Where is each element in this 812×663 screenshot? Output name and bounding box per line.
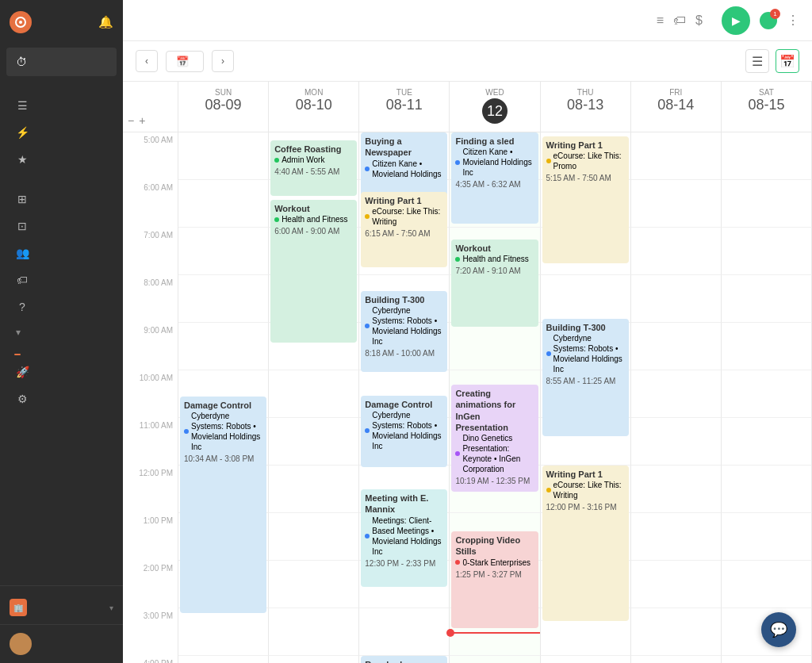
workspace-item[interactable]: 🏢 ▾ bbox=[10, 599, 113, 616]
cal-cell-r11-c6[interactable] bbox=[722, 656, 812, 663]
cal-cell-r3-c2[interactable]: Building T-300 Cyberdyne Systems: Robots… bbox=[359, 275, 450, 323]
event-block[interactable]: Workout Health and Fitness 6:00 AM - 9:0… bbox=[270, 200, 357, 343]
zoom-out-button[interactable]: − bbox=[126, 113, 136, 128]
sidebar-item-tags[interactable]: 🏷 bbox=[6, 267, 117, 293]
cal-cell-r11-c5[interactable] bbox=[631, 656, 722, 663]
cal-cell-r4-c0[interactable] bbox=[178, 323, 269, 370]
tag-icon[interactable]: 🏷 bbox=[673, 13, 686, 28]
cal-cell-r5-c5[interactable] bbox=[631, 370, 722, 418]
event-block[interactable]: Meeting with E. Mannix Meetings: Client-… bbox=[361, 489, 447, 587]
cal-cell-r10-c5[interactable] bbox=[631, 608, 722, 656]
cal-cell-r1-c0[interactable] bbox=[178, 180, 269, 228]
sidebar-item-saved-reports[interactable]: ★ bbox=[6, 147, 117, 172]
cal-cell-r5-c6[interactable] bbox=[722, 370, 812, 418]
sidebar-user[interactable] bbox=[0, 624, 123, 663]
cal-cell-r11-c1[interactable] bbox=[269, 656, 359, 663]
sidebar-item-organization[interactable]: 🚀 bbox=[6, 359, 117, 385]
list-view-button[interactable]: ☰ bbox=[745, 49, 769, 73]
event-block[interactable]: Writing Part 1 eCourse: Like This: Promo… bbox=[542, 136, 629, 263]
cal-cell-r2-c3[interactable]: Workout Health and Fitness 7:20 AM - 9:1… bbox=[450, 228, 540, 275]
bell-icon[interactable]: 🔔 bbox=[98, 15, 113, 29]
cal-cell-r8-c6[interactable] bbox=[722, 513, 812, 561]
play-button[interactable]: ▶ bbox=[722, 6, 750, 35]
calendar-view-button[interactable]: 📅 bbox=[776, 49, 799, 73]
cal-cell-r3-c0[interactable] bbox=[178, 275, 269, 323]
cal-cell-r10-c2[interactable] bbox=[359, 608, 450, 656]
cal-cell-r4-c5[interactable] bbox=[631, 323, 722, 370]
cal-cell-r9-c1[interactable] bbox=[269, 561, 359, 608]
this-week-button[interactable]: 📅 bbox=[166, 51, 204, 72]
cal-cell-r3-c5[interactable] bbox=[631, 275, 722, 323]
cal-cell-r0-c0[interactable] bbox=[178, 132, 269, 180]
prev-week-button[interactable]: ‹ bbox=[136, 50, 158, 72]
event-block[interactable]: Coffee Roasting Admin Work 4:40 AM - 5:5… bbox=[270, 140, 357, 196]
event-block[interactable]: Building T-300 Cyberdyne Systems: Robots… bbox=[361, 291, 447, 372]
chat-button[interactable]: 💬 bbox=[761, 612, 796, 647]
cal-cell-r10-c1[interactable] bbox=[269, 608, 359, 656]
cal-cell-r7-c6[interactable] bbox=[722, 466, 812, 513]
event-block[interactable]: Building T-300 Cyberdyne Systems: Robots… bbox=[542, 319, 629, 436]
cal-cell-r4-c3[interactable] bbox=[450, 323, 540, 370]
cal-cell-r3-c4[interactable]: Building T-300 Cyberdyne Systems: Robots… bbox=[541, 275, 631, 323]
bars-icon[interactable]: ≡ bbox=[657, 13, 664, 28]
zoom-in-button[interactable]: + bbox=[137, 113, 147, 128]
menu-icon[interactable]: ⋮ bbox=[787, 13, 799, 28]
cal-cell-r1-c6[interactable] bbox=[722, 180, 812, 228]
cal-cell-r0-c1[interactable]: Coffee Roasting Admin Work 4:40 AM - 5:5… bbox=[269, 132, 359, 180]
event-block[interactable]: Creating animations for InGen Presentati… bbox=[451, 385, 538, 492]
cal-cell-r7-c4[interactable]: Writing Part 1 eCourse: Like This: Writi… bbox=[541, 466, 631, 513]
sidebar-item-insights[interactable]: ⚡ bbox=[6, 120, 117, 145]
event-block[interactable]: Finding a sled Citizen Kane • Movieland … bbox=[451, 132, 538, 224]
cal-cell-r0-c3[interactable]: Finding a sled Citizen Kane • Movieland … bbox=[450, 132, 540, 180]
cal-cell-r11-c3[interactable] bbox=[450, 656, 540, 663]
event-block[interactable]: Writing Part 1 eCourse: Like This: Writi… bbox=[542, 466, 629, 621]
sidebar-item-reports[interactable]: ☰ bbox=[6, 93, 117, 118]
show-more-button[interactable]: ▾ bbox=[6, 322, 117, 343]
cal-cell-r4-c6[interactable] bbox=[722, 323, 812, 370]
sidebar-item-team[interactable]: 👥 bbox=[6, 240, 117, 266]
cal-cell-r0-c2[interactable]: Buying a Newspaper Citizen Kane • Moviel… bbox=[359, 132, 450, 180]
cal-cell-r0-c4[interactable]: Writing Part 1 eCourse: Like This: Promo… bbox=[541, 132, 631, 180]
cal-cell-r11-c0[interactable] bbox=[178, 656, 269, 663]
cal-cell-r8-c3[interactable]: Cropping Video Stills 0-Stark Enterprise… bbox=[450, 513, 540, 561]
cal-cell-r9-c6[interactable] bbox=[722, 561, 812, 608]
cal-cell-r10-c0[interactable] bbox=[178, 608, 269, 656]
cal-cell-r5-c3[interactable]: Creating animations for InGen Presentati… bbox=[450, 370, 540, 418]
event-block[interactable]: Rosebud Citizen Kane • Movieland Holding… bbox=[361, 656, 447, 663]
event-block[interactable]: Workout Health and Fitness 7:20 AM - 9:1… bbox=[451, 240, 538, 327]
next-week-button[interactable]: › bbox=[212, 50, 234, 72]
sidebar-item-help[interactable]: ? bbox=[6, 294, 117, 320]
cal-cell-r1-c5[interactable] bbox=[631, 180, 722, 228]
sidebar-timer-item[interactable]: ⏱ bbox=[6, 48, 117, 76]
sidebar-item-projects[interactable]: ⊞ bbox=[6, 186, 117, 212]
cal-cell-r5-c0[interactable]: Damage Control Cyberdyne Systems: Robots… bbox=[178, 370, 269, 418]
project-dot bbox=[455, 160, 460, 165]
dollar-icon[interactable]: $ bbox=[695, 13, 703, 28]
cal-cell-r6-c5[interactable] bbox=[631, 418, 722, 466]
cal-cell-r7-c5[interactable] bbox=[631, 466, 722, 513]
cal-cell-r7-c1[interactable] bbox=[269, 466, 359, 513]
cal-cell-r11-c4[interactable] bbox=[541, 656, 631, 663]
cal-cell-r8-c1[interactable] bbox=[269, 513, 359, 561]
cal-cell-r2-c0[interactable] bbox=[178, 228, 269, 275]
cal-cell-r2-c6[interactable] bbox=[722, 228, 812, 275]
cal-cell-r5-c1[interactable] bbox=[269, 370, 359, 418]
event-block[interactable]: Damage Control Cyberdyne Systems: Robots… bbox=[361, 396, 447, 467]
cal-cell-r8-c5[interactable] bbox=[631, 513, 722, 561]
cal-cell-r11-c2[interactable]: Rosebud Citizen Kane • Movieland Holding… bbox=[359, 656, 450, 663]
event-block[interactable]: Writing Part 1 eCourse: Like This: Writi… bbox=[361, 192, 447, 267]
cal-cell-r0-c6[interactable] bbox=[722, 132, 812, 180]
cal-cell-r6-c1[interactable] bbox=[269, 418, 359, 466]
cal-cell-r0-c5[interactable] bbox=[631, 132, 722, 180]
sidebar-item-settings[interactable]: ⚙ bbox=[6, 386, 117, 412]
cal-cell-r6-c6[interactable] bbox=[722, 418, 812, 466]
cal-cell-r2-c5[interactable] bbox=[631, 228, 722, 275]
event-block[interactable]: Cropping Video Stills 0-Stark Enterprise… bbox=[451, 531, 538, 628]
user-status-dot[interactable] bbox=[760, 12, 777, 29]
event-block[interactable]: Damage Control Cyberdyne Systems: Robots… bbox=[180, 397, 266, 613]
cal-cell-r7-c2[interactable]: Meeting with E. Mannix Meetings: Client-… bbox=[359, 466, 450, 513]
cal-cell-r9-c5[interactable] bbox=[631, 561, 722, 608]
sidebar-item-clients[interactable]: ⊡ bbox=[6, 213, 117, 239]
cal-cell-r3-c6[interactable] bbox=[722, 275, 812, 323]
cal-cell-r5-c2[interactable]: Damage Control Cyberdyne Systems: Robots… bbox=[359, 370, 450, 418]
